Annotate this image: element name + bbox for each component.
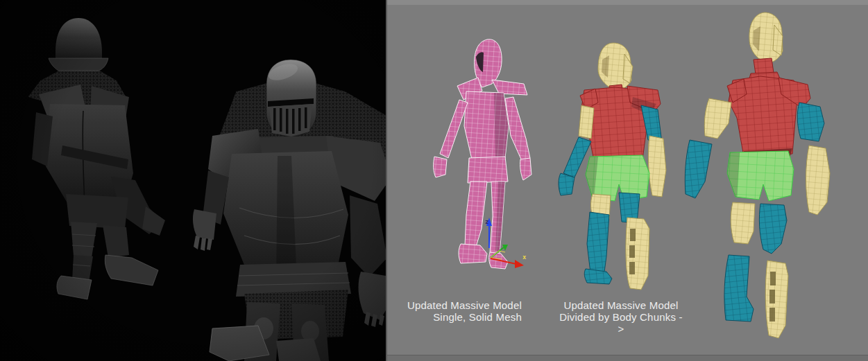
gizmo-z-label: z [485, 218, 488, 225]
right-greave-slits [769, 272, 776, 322]
right-greave-slits [629, 229, 636, 274]
gizmo-x-label: x [522, 254, 527, 261]
left-leg [465, 182, 487, 247]
left-upper-arm-chunk[interactable] [704, 98, 731, 139]
right-upper-arm-chunk[interactable] [797, 103, 824, 141]
caption-line: Updated Massive Model [400, 299, 522, 311]
right-forearm-chunk[interactable] [648, 136, 666, 197]
render-panel [0, 0, 386, 361]
viewport-panel: z x [386, 0, 868, 361]
caption-solid-mesh: Updated Massive Model Single, Solid Mesh [400, 299, 522, 323]
left-arm [440, 100, 468, 158]
right-thigh-chunk[interactable] [759, 204, 787, 254]
caption-body-chunks: Updated Massive Model Divided by Body Ch… [556, 299, 686, 335]
solid-mesh-model[interactable] [434, 39, 531, 269]
left-shin-chunk[interactable] [587, 212, 609, 279]
right-greave-chunk[interactable] [765, 261, 788, 338]
right-arm [505, 97, 530, 161]
caption-line: Divided by Body Chunks -> [556, 311, 686, 335]
chunked-model[interactable] [559, 43, 666, 290]
right-hand [520, 158, 531, 180]
chunked-model-exploded[interactable] [685, 12, 830, 338]
screenshot-root: z x [0, 0, 868, 361]
left-thigh-chunk[interactable] [731, 202, 755, 244]
viewport-bottom-edge [386, 355, 868, 361]
left-foot [459, 244, 487, 263]
caption-line: Single, Solid Mesh [400, 311, 522, 323]
caption-line: Updated Massive Model [556, 299, 686, 311]
left-forearm-chunk[interactable] [685, 140, 712, 198]
panel-divider [386, 0, 387, 361]
viewport-top-edge [386, 0, 868, 5]
left-upper-arm-chunk[interactable] [579, 105, 594, 139]
left-hand [434, 157, 447, 177]
vignette [0, 0, 386, 361]
right-forearm-chunk[interactable] [806, 146, 831, 215]
left-boot-chunk[interactable] [584, 269, 612, 284]
left-hand-chunk[interactable] [559, 173, 575, 195]
hips [468, 157, 508, 183]
knight-renders [0, 0, 386, 361]
left-boot-chunk[interactable] [724, 255, 754, 322]
